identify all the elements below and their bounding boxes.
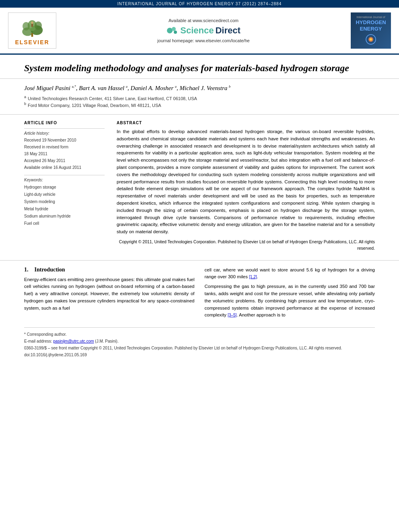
- keyword-4: Metal hydride: [24, 205, 105, 213]
- footnote-section: * Corresponding author. E-mail address: …: [24, 327, 375, 358]
- intro-right-col: cell car, where we would want to store a…: [205, 267, 375, 322]
- author-vanhassel: Bart A. van Hassel: [79, 85, 124, 91]
- available-text: Available at www.sciencedirect.com: [60, 18, 347, 23]
- author-veenstra: Michael J. Veenstra: [180, 85, 228, 91]
- abstract-text: In the global efforts to develop advance…: [117, 128, 375, 252]
- affiliation-a: a United Technologies Research Center, 4…: [24, 95, 375, 103]
- keyword-1: Hydrogen storage: [24, 184, 105, 191]
- science-text: Science: [180, 25, 214, 36]
- keyword-3: System modeling: [24, 198, 105, 205]
- abstract-paragraph: In the global efforts to develop advance…: [117, 128, 375, 236]
- affil-sup-a2: a: [126, 85, 128, 88]
- affil-label-a: a: [24, 95, 26, 103]
- keyword-2: Light-duty vehicle: [24, 191, 105, 198]
- email-link[interactable]: pasinijm@utrc.utc.com: [53, 339, 94, 343]
- sd-icon: [167, 26, 179, 35]
- hydrogen-energy-logo: International Journal of HYDROGENENERGY: [351, 12, 391, 49]
- journal-title: INTERNATIONAL JOURNAL OF HYDROGEN ENERGY…: [117, 2, 282, 6]
- svg-point-8: [167, 28, 173, 33]
- author-mosher: Daniel A. Mosher: [131, 85, 174, 91]
- article-history: Article history: Received 19 November 20…: [24, 128, 105, 171]
- intro-para-3: Compressing the gas to high pressure, as…: [205, 283, 375, 319]
- keyword-6: Fuel cell: [24, 220, 105, 227]
- affil-sup-a3: a: [175, 85, 177, 88]
- affil-a-text: United Technologies Research Center, 411…: [28, 95, 197, 103]
- authors-section: José Miguel Pasini a,*, Bart A. van Hass…: [0, 79, 399, 115]
- sciencedirect-logo: Science Direct: [60, 25, 347, 36]
- article-content-area: ARTICLE INFO Article history: Received 1…: [0, 115, 399, 261]
- publisher-header: ELSEVIER Available at www.sciencedirect.…: [0, 8, 399, 55]
- doi-note: doi:10.1016/j.ijhydene.2011.05.169: [24, 351, 375, 358]
- received-2: Received in revised form: [24, 144, 105, 150]
- accepted: Accepted 26 May 2011: [24, 157, 105, 164]
- author-pasini: José Miguel Pasini: [24, 85, 70, 91]
- copyright-text: Copyright © 2011, United Technologies Co…: [117, 239, 375, 252]
- intro-left-col: 1. Introduction Energy-efficient cars em…: [24, 267, 195, 322]
- section-title-intro: Introduction: [35, 267, 65, 273]
- svg-point-9: [172, 27, 176, 31]
- corresponding-author-note: * Corresponding author. E-mail address: …: [24, 331, 375, 358]
- article-info-title: ARTICLE INFO: [24, 121, 105, 125]
- section-1-heading: 1. Introduction: [24, 267, 195, 273]
- affil-sup-b: b: [229, 85, 230, 88]
- journal-homepage: journal homepage: www.elsevier.com/locat…: [60, 38, 347, 43]
- article-info-col: ARTICLE INFO Article history: Received 1…: [24, 121, 105, 254]
- svg-point-6: [31, 21, 33, 24]
- paper-title-section: System modeling methodology and analyses…: [0, 55, 399, 79]
- abstract-col: ABSTRACT In the global efforts to develo…: [117, 121, 375, 254]
- affiliations: a United Technologies Research Center, 4…: [24, 95, 375, 109]
- svg-point-3: [23, 22, 30, 30]
- affil-sup-a1: a,*: [72, 85, 76, 88]
- received-2-date: 18 May 2011: [24, 150, 105, 157]
- intro-para-1: Energy-efficient cars emitting zero gree…: [24, 276, 195, 312]
- keyword-5: Sodium aluminum hydride: [24, 213, 105, 220]
- corresponding-label: * Corresponding author.: [24, 331, 375, 338]
- svg-rect-7: [31, 24, 33, 27]
- intro-left-text: Energy-efficient cars emitting zero gree…: [24, 276, 195, 312]
- ref-1-2[interactable]: [1,2]: [249, 275, 257, 279]
- affil-label-b: b: [24, 102, 26, 109]
- journal-header-bar: INTERNATIONAL JOURNAL OF HYDROGEN ENERGY…: [0, 0, 399, 8]
- hydrogen-energy-title: HYDROGENENERGY: [356, 19, 386, 32]
- elsevier-logo: ELSEVIER: [8, 12, 56, 49]
- intro-right-text: cell car, where we would want to store a…: [205, 267, 375, 319]
- email-note: E-mail address: pasinijm@utrc.utc.com (J…: [24, 338, 375, 345]
- affil-b-text: Ford Motor Company, 1201 Village Road, D…: [28, 102, 161, 109]
- issn-note: 0360-3199/$ – see front matter Copyright…: [24, 345, 375, 351]
- section-number: 1.: [24, 267, 29, 273]
- sciencedirect-header: Available at www.sciencedirect.com Scien…: [60, 18, 347, 43]
- svg-point-4: [35, 21, 42, 30]
- keywords-section: Keywords: Hydrogen storage Light-duty ve…: [24, 175, 105, 227]
- ref-3-5[interactable]: [3–5]: [228, 313, 237, 317]
- keywords-label: Keywords:: [24, 178, 105, 182]
- svg-rect-5: [31, 33, 33, 37]
- received-1: Received 19 November 2010: [24, 137, 105, 144]
- svg-point-10: [174, 31, 177, 34]
- paper-title: System modeling methodology and analyses…: [24, 62, 375, 74]
- introduction-section: 1. Introduction Energy-efficient cars em…: [0, 261, 399, 328]
- direct-text: Direct: [215, 25, 240, 36]
- available-online: Available online 16 August 2011: [24, 164, 105, 171]
- intro-para-2: cell car, where we would want to store a…: [205, 267, 375, 281]
- history-label: Article history:: [24, 131, 105, 136]
- svg-point-13: [370, 38, 372, 41]
- authors-line: José Miguel Pasini a,*, Bart A. van Hass…: [24, 84, 375, 93]
- abstract-title: ABSTRACT: [117, 121, 375, 125]
- affiliation-b: b Ford Motor Company, 1201 Village Road,…: [24, 102, 375, 109]
